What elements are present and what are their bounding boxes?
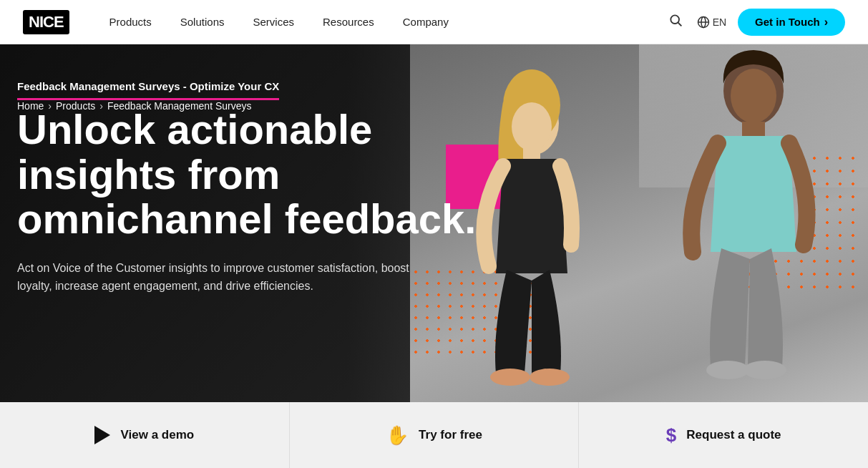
nav-resources[interactable]: Resources — [311, 10, 386, 34]
cta-bar: View a demo ✋ Try for free $ Request a q… — [0, 402, 868, 468]
svg-point-0 — [670, 15, 679, 24]
hero-title: Unlock actionable insights from omnichan… — [17, 107, 489, 242]
nav-actions: EN Get in Touch › — [665, 9, 845, 36]
cta-demo-label: View a demo — [120, 428, 194, 442]
play-icon — [94, 426, 110, 444]
get-in-touch-button[interactable]: Get in Touch › — [738, 9, 845, 36]
figure-woman2 — [639, 44, 868, 402]
cta-quote[interactable]: $ Request a quote — [579, 402, 868, 468]
main-nav: NICE Products Solutions Services Resourc… — [0, 0, 868, 44]
svg-point-9 — [490, 369, 530, 386]
nav-services[interactable]: Services — [241, 10, 306, 34]
svg-line-1 — [678, 23, 681, 26]
get-in-touch-chevron: › — [824, 16, 828, 29]
hero-content: Feedback Management Surveys - Optimize Y… — [17, 80, 489, 296]
cta-free-label: Try for free — [419, 428, 482, 442]
svg-point-15 — [743, 361, 786, 379]
nav-products[interactable]: Products — [98, 10, 163, 34]
svg-point-12 — [731, 69, 776, 123]
hero-subtitle: Feedback Management Surveys - Optimize Y… — [17, 80, 279, 100]
site-logo[interactable]: NICE — [23, 10, 69, 34]
cta-quote-label: Request a quote — [686, 428, 781, 442]
cta-free[interactable]: ✋ Try for free — [290, 402, 580, 468]
svg-point-7 — [512, 102, 552, 151]
dollar-icon: $ — [666, 424, 676, 447]
nav-links: Products Solutions Services Resources Co… — [98, 10, 665, 34]
get-in-touch-label: Get in Touch — [755, 16, 820, 28]
svg-point-14 — [706, 361, 749, 379]
nav-solutions[interactable]: Solutions — [169, 10, 236, 34]
cta-demo[interactable]: View a demo — [0, 402, 290, 468]
hero-description: Act on Voice of the Customer insights to… — [17, 259, 447, 296]
svg-rect-13 — [742, 122, 765, 137]
hand-icon: ✋ — [386, 424, 409, 447]
language-label: EN — [713, 16, 726, 28]
search-button[interactable] — [665, 10, 686, 34]
hero-section: Home › Products › Feedback Management Su… — [0, 44, 868, 402]
svg-point-10 — [530, 369, 570, 386]
nav-company[interactable]: Company — [391, 10, 460, 34]
language-button[interactable]: EN — [697, 16, 726, 29]
